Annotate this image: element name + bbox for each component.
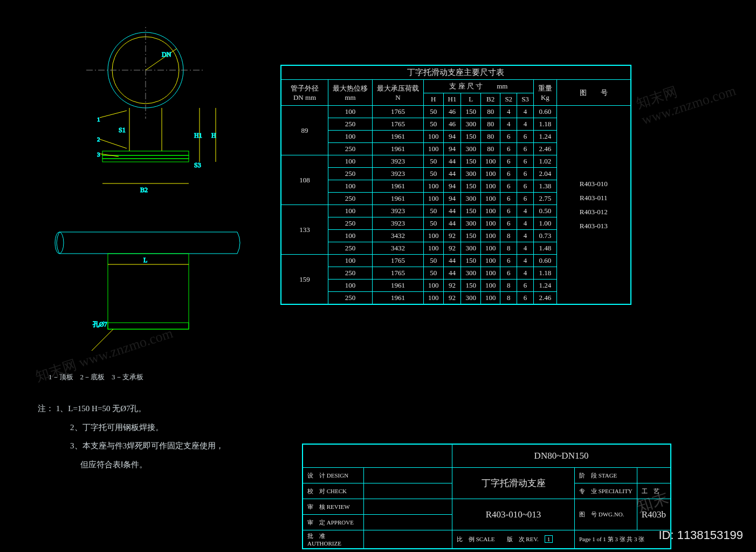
svg-text:1: 1 bbox=[97, 116, 100, 122]
note-2: 2、丁字托可用钢板焊接。 bbox=[70, 423, 163, 432]
dn-cell: 133 bbox=[281, 205, 328, 255]
lbl-stage: 阶 段 STAGE bbox=[575, 468, 637, 483]
svg-point-24 bbox=[55, 232, 64, 254]
note-3: 3、本支座与件3焊死即可作固定支座使用， bbox=[70, 441, 224, 450]
table-title: 丁字托滑动支座主要尺寸表 bbox=[281, 66, 631, 80]
svg-text:S3: S3 bbox=[194, 161, 201, 169]
note-3b: 但应符合表Ⅰ条件。 bbox=[70, 460, 147, 469]
th-load: 最大承压荷载N bbox=[373, 80, 424, 106]
lbl-spec: 专 业 SPECIALITY bbox=[575, 483, 637, 499]
dn-label: DN bbox=[162, 51, 171, 58]
drawing-code: R403-010~013 bbox=[452, 499, 575, 530]
svg-text:孔Ø7: 孔Ø7 bbox=[93, 321, 107, 328]
lbl-authorize: 批 准 AUTHORIZE bbox=[303, 530, 364, 549]
svg-text:L: L bbox=[143, 256, 147, 264]
svg-rect-25 bbox=[108, 254, 189, 329]
th-disp: 最大热位移mm bbox=[328, 80, 373, 106]
dn-range: DN80~DN150 bbox=[452, 445, 671, 468]
svg-rect-7 bbox=[102, 151, 189, 155]
dn-cell: 89 bbox=[281, 106, 328, 155]
notes-block: 注： 1、L=150 H=50 无Ø7孔。 2、丁字托可用钢板焊接。 3、本支座… bbox=[38, 399, 224, 474]
svg-line-29 bbox=[92, 329, 113, 351]
page-info: Page 1 of 1 第 3 张 共 3 张 bbox=[575, 530, 671, 549]
sheet-no: R403b bbox=[637, 499, 670, 530]
notes-label: 注： bbox=[38, 404, 54, 413]
cad-drawing: DN S1 H1 H B2 S3 1 2 3 bbox=[38, 27, 270, 405]
rev-mark: 1 bbox=[545, 535, 553, 543]
dimension-table: 丁字托滑动支座主要尺寸表管子外径DN mm最大热位移mm最大承压荷载N支 座 尺… bbox=[280, 65, 631, 305]
lbl-review: 审 核 REVIEW bbox=[303, 499, 364, 515]
dn-cell: 159 bbox=[281, 255, 328, 304]
ref-cell: R403-010R403-011R403-012R403-013 bbox=[556, 106, 630, 304]
lbl-check: 校 对 CHECK bbox=[303, 483, 364, 499]
svg-text:B2: B2 bbox=[140, 186, 148, 194]
lbl-rev: 版 次 REV. bbox=[507, 536, 539, 542]
svg-text:H1: H1 bbox=[194, 132, 202, 139]
svg-text:H: H bbox=[211, 132, 216, 139]
title-block: DN80~DN150 设 计 DESIGN 丁字托滑动支座 阶 段 STAGE … bbox=[302, 444, 671, 549]
image-id: ID: 1138153199 bbox=[658, 528, 743, 542]
dn-cell: 108 bbox=[281, 155, 328, 205]
lbl-scale: 比 例 SCALE bbox=[457, 536, 495, 542]
lbl-approve: 审 定 APPROVE bbox=[303, 515, 364, 530]
lbl-design: 设 计 DESIGN bbox=[303, 468, 364, 483]
svg-rect-26 bbox=[108, 323, 189, 329]
th-wt: 重量Kg bbox=[533, 80, 556, 106]
legend: 1－顶板 2－底板 3－支承板 bbox=[49, 372, 143, 382]
svg-text:S1: S1 bbox=[119, 126, 126, 134]
watermark: 知末网 www.znzmo.com bbox=[634, 58, 756, 128]
svg-text:3: 3 bbox=[97, 151, 100, 158]
note-1: 1、L=150 H=50 无Ø7孔。 bbox=[56, 404, 147, 413]
th-dn: 管子外径DN mm bbox=[281, 80, 328, 106]
th-dims: 支 座 尺 寸 mm bbox=[424, 80, 534, 93]
svg-line-22 bbox=[100, 139, 127, 148]
svg-line-4 bbox=[146, 49, 177, 70]
spec-value: 工 艺 bbox=[637, 483, 670, 499]
svg-rect-9 bbox=[102, 159, 189, 162]
drawing-name: 丁字托滑动支座 bbox=[452, 468, 575, 499]
lbl-dwgno: 图 号 DWG.NO. bbox=[575, 499, 637, 530]
th-ref: 图 号 bbox=[556, 80, 630, 106]
table-row: 891001765504615080440.60R403-010R403-011… bbox=[281, 106, 631, 118]
svg-text:2: 2 bbox=[97, 136, 100, 142]
svg-line-21 bbox=[100, 111, 127, 118]
